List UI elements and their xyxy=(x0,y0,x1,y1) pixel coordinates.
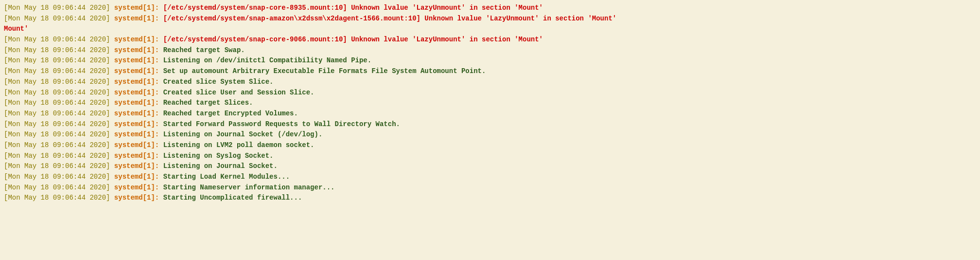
log-process: systemd[1]: xyxy=(114,119,159,130)
log-process: systemd[1]: xyxy=(114,109,159,119)
log-message: Listening on Syslog Socket. xyxy=(159,151,273,162)
log-line: [Mon May 18 09:06:44 2020] systemd[1]: [… xyxy=(4,35,976,45)
log-timestamp: [Mon May 18 09:06:44 2020] xyxy=(4,140,114,151)
log-line: [Mon May 18 09:06:44 2020] systemd[1]: S… xyxy=(4,119,976,130)
log-message: Starting Load Kernel Modules... xyxy=(159,172,290,183)
log-process: systemd[1]: xyxy=(114,193,159,204)
log-timestamp: [Mon May 18 09:06:44 2020] xyxy=(4,193,114,204)
log-message: Listening on LVM2 poll daemon socket. xyxy=(159,140,314,151)
log-process: systemd[1]: xyxy=(114,130,159,140)
log-message: Starting Nameserver information manager.… xyxy=(159,183,334,193)
log-line: [Mon May 18 09:06:44 2020] systemd[1]: C… xyxy=(4,77,976,88)
log-timestamp: [Mon May 18 09:06:44 2020] xyxy=(4,183,114,193)
log-line: [Mon May 18 09:06:44 2020] systemd[1]: S… xyxy=(4,172,976,183)
log-line: [Mon May 18 09:06:44 2020] systemd[1]: L… xyxy=(4,140,976,151)
log-line: [Mon May 18 09:06:44 2020] systemd[1]: [… xyxy=(4,14,976,24)
log-process: systemd[1]: xyxy=(114,172,159,183)
log-line: [Mon May 18 09:06:44 2020] systemd[1]: R… xyxy=(4,45,976,56)
log-line: [Mon May 18 09:06:44 2020] systemd[1]: L… xyxy=(4,130,976,140)
log-message: Reached target Encrypted Volumes. xyxy=(159,109,298,119)
log-timestamp: [Mon May 18 09:06:44 2020] xyxy=(4,45,114,56)
log-message: [/etc/systemd/system/snap-core-8935.moun… xyxy=(159,3,543,14)
log-line: [Mon May 18 09:06:44 2020] systemd[1]: R… xyxy=(4,109,976,119)
log-line: [Mon May 18 09:06:44 2020] systemd[1]: R… xyxy=(4,98,976,109)
log-timestamp: [Mon May 18 09:06:44 2020] xyxy=(4,172,114,183)
log-process: systemd[1]: xyxy=(114,161,159,172)
log-line-continuation: Mount' xyxy=(4,24,976,35)
log-message: Reached target Slices. xyxy=(159,98,253,109)
log-container: [Mon May 18 09:06:44 2020] systemd[1]: [… xyxy=(4,3,976,204)
log-process: systemd[1]: xyxy=(114,77,159,88)
log-process: systemd[1]: xyxy=(114,183,159,193)
log-timestamp: [Mon May 18 09:06:44 2020] xyxy=(4,130,114,140)
log-timestamp: [Mon May 18 09:06:44 2020] xyxy=(4,35,114,45)
log-timestamp: [Mon May 18 09:06:44 2020] xyxy=(4,77,114,88)
log-timestamp: [Mon May 18 09:06:44 2020] xyxy=(4,14,114,24)
log-line: [Mon May 18 09:06:44 2020] systemd[1]: [… xyxy=(4,3,976,14)
log-message: Set up automount Arbitrary Executable Fi… xyxy=(159,66,486,77)
log-timestamp: [Mon May 18 09:06:44 2020] xyxy=(4,151,114,162)
log-process: systemd[1]: xyxy=(114,14,159,24)
log-message: Listening on Journal Socket. xyxy=(159,161,278,172)
log-process: systemd[1]: xyxy=(114,35,159,45)
log-line: [Mon May 18 09:06:44 2020] systemd[1]: S… xyxy=(4,183,976,193)
log-line: [Mon May 18 09:06:44 2020] systemd[1]: C… xyxy=(4,88,976,98)
log-message: Listening on /dev/initctl Compatibility … xyxy=(159,56,371,66)
log-message: Starting Uncomplicated firewall... xyxy=(159,193,302,204)
log-timestamp: [Mon May 18 09:06:44 2020] xyxy=(4,66,114,77)
log-timestamp: [Mon May 18 09:06:44 2020] xyxy=(4,88,114,98)
log-process: systemd[1]: xyxy=(114,88,159,98)
log-process: systemd[1]: xyxy=(114,151,159,162)
log-timestamp: [Mon May 18 09:06:44 2020] xyxy=(4,98,114,109)
log-timestamp: [Mon May 18 09:06:44 2020] xyxy=(4,119,114,130)
log-line: [Mon May 18 09:06:44 2020] systemd[1]: L… xyxy=(4,56,976,66)
log-process: systemd[1]: xyxy=(114,3,159,14)
log-message: Started Forward Password Requests to Wal… xyxy=(159,119,400,130)
log-timestamp: [Mon May 18 09:06:44 2020] xyxy=(4,161,114,172)
log-message: Created slice User and Session Slice. xyxy=(159,88,314,98)
log-line: [Mon May 18 09:06:44 2020] systemd[1]: S… xyxy=(4,193,976,204)
log-message: Reached target Swap. xyxy=(159,45,245,56)
log-process: systemd[1]: xyxy=(114,66,159,77)
log-message-wrap: Mount' xyxy=(4,24,28,35)
log-timestamp: [Mon May 18 09:06:44 2020] xyxy=(4,3,114,14)
log-process: systemd[1]: xyxy=(114,98,159,109)
log-line: [Mon May 18 09:06:44 2020] systemd[1]: L… xyxy=(4,151,976,162)
log-timestamp: [Mon May 18 09:06:44 2020] xyxy=(4,56,114,66)
log-message: Created slice System Slice. xyxy=(159,77,273,88)
log-process: systemd[1]: xyxy=(114,140,159,151)
log-line: [Mon May 18 09:06:44 2020] systemd[1]: S… xyxy=(4,66,976,77)
log-message: [/etc/systemd/system/snap-core-9066.moun… xyxy=(159,35,543,45)
log-message: [/etc/systemd/system/snap-amazon\x2dssm\… xyxy=(159,14,616,24)
log-message: Listening on Journal Socket (/dev/log). xyxy=(159,130,322,140)
log-line: [Mon May 18 09:06:44 2020] systemd[1]: L… xyxy=(4,161,976,172)
log-timestamp: [Mon May 18 09:06:44 2020] xyxy=(4,109,114,119)
log-process: systemd[1]: xyxy=(114,56,159,66)
log-process: systemd[1]: xyxy=(114,45,159,56)
